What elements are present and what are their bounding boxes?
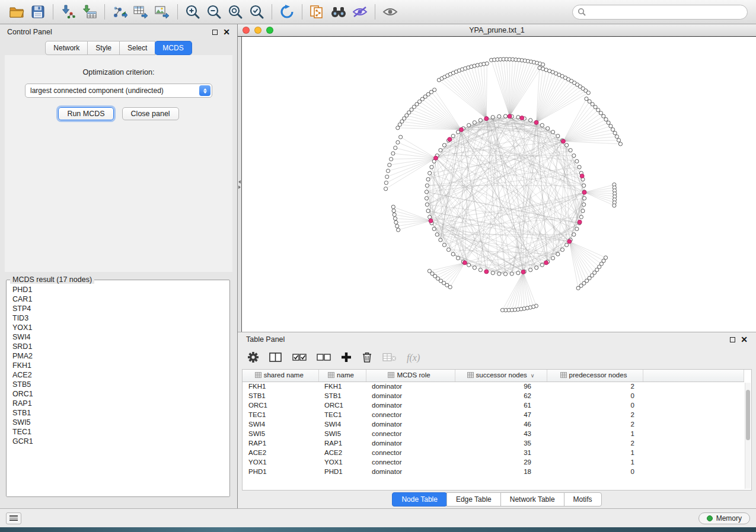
minimize-window-button[interactable]	[254, 27, 261, 34]
tab-select[interactable]: Select	[120, 41, 155, 55]
float-table-panel-button[interactable]	[730, 337, 735, 342]
mcds-result-item[interactable]: GCR1	[12, 437, 224, 446]
task-history-button[interactable]	[6, 512, 21, 524]
table-scrollbar-thumb[interactable]	[746, 390, 750, 440]
panel-splitter[interactable]	[238, 37, 242, 332]
column-header-predecessor-nodes[interactable]: predecessor nodes	[547, 370, 643, 382]
mcds-result-item[interactable]: FKH1	[12, 361, 224, 370]
show-columns-button[interactable]	[269, 352, 282, 364]
table-row[interactable]: TEC1TEC1connector472	[243, 410, 744, 419]
refresh-layout-button[interactable]	[276, 2, 298, 21]
network-search-field[interactable]	[572, 5, 748, 20]
column-header-MCDS-role[interactable]: MCDS role	[366, 370, 455, 382]
tab-motifs[interactable]: Motifs	[564, 492, 602, 507]
table-options-button[interactable]	[247, 351, 259, 365]
tab-node-table[interactable]: Node Table	[392, 492, 447, 507]
mcds-result-item[interactable]: STB5	[12, 380, 224, 389]
table-row[interactable]: PHD1PHD1dominator180	[243, 467, 744, 476]
trash-icon	[362, 351, 372, 363]
mcds-result-item[interactable]: TEC1	[12, 427, 224, 437]
delete-column-button[interactable]	[362, 351, 372, 365]
mcds-result-item[interactable]: SRD1	[12, 342, 224, 351]
cell: 47	[455, 410, 547, 419]
table-row[interactable]: RAP1RAP1dominator352	[243, 438, 744, 448]
zoom-in-button[interactable]	[182, 2, 203, 21]
cell: PHD1	[318, 467, 366, 476]
mcds-result-item[interactable]: PHD1	[12, 285, 224, 294]
find-button[interactable]	[328, 2, 349, 21]
mcds-result-item[interactable]: SWI4	[12, 332, 224, 342]
toolbar-separator	[177, 4, 178, 20]
tab-network-table[interactable]: Network Table	[500, 492, 564, 507]
mcds-result-item[interactable]: SWI5	[12, 418, 224, 427]
close-table-panel-button[interactable]: ✕	[741, 336, 748, 342]
mcds-result-item[interactable]: ORC1	[12, 389, 224, 399]
column-header-shared-name[interactable]: shared name	[243, 370, 318, 382]
create-column-button[interactable]	[341, 352, 352, 364]
memory-button[interactable]: Memory	[698, 512, 750, 524]
table-row[interactable]: YOX1YOX1connector291	[243, 457, 744, 467]
table-row[interactable]: SWI5SWI5connector431	[243, 429, 744, 438]
select-all-button[interactable]	[292, 352, 307, 364]
export-image-icon	[155, 5, 170, 19]
cell: 1	[547, 429, 643, 438]
network-window-title: YPA_prune.txt_1	[238, 26, 756, 34]
tab-network[interactable]: Network	[45, 41, 88, 55]
cell: 2	[547, 410, 643, 419]
network-view[interactable]	[242, 37, 756, 332]
network-canvas[interactable]	[242, 37, 756, 332]
cell: 29	[455, 457, 547, 467]
deselect-all-button[interactable]	[317, 352, 331, 364]
zoom-out-button[interactable]	[203, 2, 225, 21]
save-session-button[interactable]	[27, 2, 49, 21]
dropdown-selected-value: largest connected component (undirected)	[30, 86, 164, 95]
mcds-result-item[interactable]: STB1	[12, 408, 224, 418]
node-table: shared namenameMCDS rolesuccessor nodes∨…	[243, 370, 744, 476]
run-mcds-button[interactable]: Run MCDS	[58, 107, 113, 120]
clone-network-button[interactable]	[307, 2, 328, 21]
mcds-result-item[interactable]: CAR1	[12, 294, 224, 304]
column-header-successor-nodes[interactable]: successor nodes∨	[455, 370, 547, 382]
unchecked-boxes-icon	[317, 352, 331, 362]
cell: dominator	[366, 382, 455, 391]
cell: RAP1	[318, 438, 366, 448]
table-row[interactable]: ACE2ACE2connector311	[243, 448, 744, 457]
tab-style[interactable]: Style	[88, 41, 120, 55]
maximize-window-button[interactable]	[266, 27, 273, 34]
zoom-fit-button[interactable]	[225, 2, 246, 21]
import-network-icon	[60, 5, 76, 19]
cell: dominator	[366, 419, 455, 429]
export-image-button[interactable]	[152, 2, 173, 21]
mcds-result-item[interactable]: ACE2	[12, 370, 224, 380]
mcds-result-list[interactable]: PHD1CAR1STP4TID3YOX1SWI4SRD1PMA2FKH1ACE2…	[7, 284, 229, 496]
close-window-button[interactable]	[243, 27, 250, 34]
export-network-button[interactable]	[109, 2, 130, 21]
column-header-name[interactable]: name	[318, 370, 366, 382]
export-table-button[interactable]	[130, 2, 152, 21]
show-all-button[interactable]	[379, 2, 401, 21]
close-panel-button[interactable]: Close panel	[122, 107, 179, 120]
zoom-selected-button[interactable]	[246, 2, 267, 21]
mcds-result-item[interactable]: RAP1	[12, 399, 224, 408]
hide-selected-button[interactable]	[349, 2, 371, 21]
search-input[interactable]	[589, 8, 742, 16]
copy-network-icon	[310, 5, 325, 19]
mcds-result-item[interactable]: YOX1	[12, 323, 224, 332]
table-row[interactable]: FKH1FKH1dominator962	[243, 382, 744, 391]
close-panel-icon-button[interactable]: ✕	[223, 29, 230, 35]
table-scrollbar[interactable]	[745, 383, 751, 489]
cell: ACE2	[243, 448, 318, 457]
tab-mcds[interactable]: MCDS	[155, 41, 192, 55]
mcds-result-item[interactable]: TID3	[12, 313, 224, 323]
optimization-criterion-dropdown[interactable]: largest connected component (undirected)	[25, 84, 212, 98]
open-file-button[interactable]	[6, 2, 27, 21]
mcds-result-item[interactable]: STP4	[12, 304, 224, 313]
tab-edge-table[interactable]: Edge Table	[446, 492, 501, 507]
float-panel-button[interactable]	[212, 30, 218, 35]
table-row[interactable]: STB1STB1dominator620	[243, 391, 744, 400]
mcds-result-item[interactable]: PMA2	[12, 351, 224, 361]
import-network-button[interactable]	[58, 2, 79, 21]
table-row[interactable]: ORC1ORC1dominator610	[243, 400, 744, 410]
import-table-button[interactable]	[79, 2, 100, 21]
table-row[interactable]: SWI4SWI4dominator462	[243, 419, 744, 429]
